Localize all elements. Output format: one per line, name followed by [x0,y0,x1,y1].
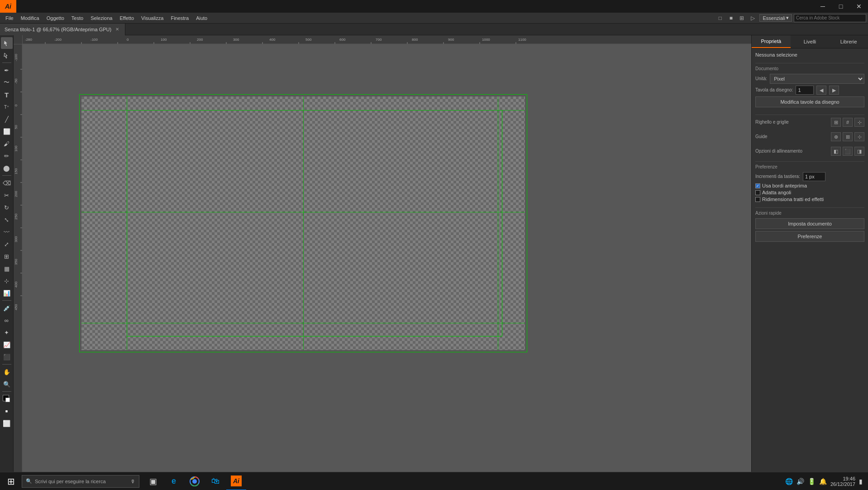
tool-paintbrush[interactable]: 🖌 [1,138,13,149]
view-grid-icon[interactable]: ⊞ [737,14,747,23]
tool-type[interactable]: T [1,89,13,101]
document-tab[interactable]: Senza titolo-1 @ 66,67% (RGB/Anteprima G… [0,24,125,35]
tool-blob-brush[interactable]: ⬤ [1,162,13,174]
usa-bordi-row[interactable]: Usa bordi anteprima [755,183,864,188]
righello-icon-1[interactable]: ⊞ [831,118,841,127]
menu-aiuto[interactable]: Aiuto [192,14,211,22]
menu-oggetto[interactable]: Oggetto [43,14,68,22]
tool-graph[interactable]: 📈 [1,339,13,351]
align-icon-3[interactable]: ◨ [854,147,864,156]
svg-text:1100: 1100 [518,38,526,42]
tool-eraser[interactable]: ⌫ [1,177,13,189]
tavola-input[interactable] [796,86,814,95]
tool-touch-type[interactable]: T⁺ [1,101,13,113]
menu-file[interactable]: File [2,14,17,22]
tool-gradient[interactable]: ▦ [1,263,13,274]
tool-pen[interactable]: ✒ [1,64,13,76]
network-icon[interactable]: 🌐 [785,478,793,485]
preferenze-btn[interactable]: Preferenze [755,231,864,242]
menu-seleziona[interactable]: Seleziona [87,14,116,22]
imposta-documento-btn[interactable]: Imposta documento [755,218,864,229]
taskbar-store[interactable]: 🛍 [205,472,225,490]
unita-select[interactable]: Pixel [770,74,864,84]
usa-bordi-checkbox[interactable] [755,183,760,188]
align-icon-2[interactable]: ⬛ [843,147,853,156]
tool-shape-builder[interactable]: ⊞ [1,250,13,262]
tavola-prev-btn[interactable]: ◀ [816,86,826,95]
search-stock-input[interactable] [794,14,866,22]
system-clock[interactable]: 19:46 26/12/2017 [830,476,855,487]
view-outline-icon[interactable]: □ [715,14,725,23]
ridimensiona-checkbox[interactable] [755,197,760,202]
tool-artboard[interactable]: ⬛ [1,351,13,363]
tab-librerie[interactable]: Librerie [829,35,868,48]
tool-symbols[interactable]: ✦ [1,327,13,338]
righello-icon-3[interactable]: ⊹ [854,118,864,127]
guide-icon-3[interactable]: ⊹ [854,132,864,141]
taskbar-task-view[interactable]: ▣ [143,472,163,490]
start-button[interactable]: ⊞ [2,472,20,490]
taskbar-illustrator[interactable]: Ai [226,472,246,490]
svg-text:50: 50 [14,125,18,129]
tool-charts[interactable]: 📊 [1,287,13,299]
close-button[interactable]: ✕ [850,0,868,13]
adatta-angoli-row[interactable]: Adatta angoli [755,190,864,195]
notification-icon[interactable]: 🔔 [819,478,827,485]
fill-stroke-indicator[interactable] [1,393,13,405]
tool-scissors[interactable]: ✂ [1,189,13,201]
modifica-tavole-btn[interactable]: Modifica tavole da disegno [755,96,864,107]
ridimensiona-row[interactable]: Ridimensiona tratti ed effetti [755,197,864,202]
tool-mesh[interactable]: ⊹ [1,275,13,287]
tool-freeform[interactable]: ⤢ [1,238,13,250]
canvas-area[interactable]: -280 -200 -100 0 100 200 300 400 500 600… [14,35,751,477]
tool-warp[interactable]: 〰 [1,226,13,238]
adatta-angoli-checkbox[interactable] [755,190,760,195]
tool-pencil[interactable]: ✏ [1,150,13,162]
tool-curvature[interactable]: 〜 [1,77,13,88]
view-extra-icon[interactable]: ▷ [748,14,758,23]
essenziali-button[interactable]: Essenziali ▾ [759,14,792,22]
align-icon-1[interactable]: ◧ [831,147,841,156]
minimize-button[interactable]: ─ [814,0,832,13]
menu-finestra[interactable]: Finestra [167,14,192,22]
menu-modifica[interactable]: Modifica [17,14,43,22]
tool-hand[interactable]: ✋ [1,366,13,378]
show-desktop-btn[interactable]: ▮ [859,478,863,485]
tool-zoom[interactable]: 🔍 [1,378,13,390]
incrementi-input[interactable] [803,172,825,181]
guide-icon-2[interactable]: ⊞ [843,132,853,141]
guide-icon-1[interactable]: ⊕ [831,132,841,141]
tool-eyedropper[interactable]: 💉 [1,302,13,314]
tab-proprieta[interactable]: Proprietà [752,35,791,48]
battery-icon[interactable]: 🔋 [808,478,816,485]
tab-close-button[interactable]: ✕ [114,26,120,33]
tool-blend[interactable]: ∞ [1,314,13,326]
view-fill-icon[interactable]: ■ [726,14,736,23]
maximize-button[interactable]: □ [832,0,850,13]
svg-text:-100: -100 [14,53,18,61]
menu-visualizza[interactable]: Visualizza [138,14,167,22]
taskbar-chrome[interactable] [185,472,205,490]
tool-rect[interactable]: ⬜ [1,125,13,137]
righello-label: Righello e griglie [755,120,789,125]
guide-vertical-3 [498,96,498,350]
taskbar-edge[interactable]: e [164,472,184,490]
tab-livelli[interactable]: Livelli [791,35,830,48]
color-mode-icon[interactable]: ■ [1,405,13,417]
tool-line[interactable]: ╱ [1,113,13,125]
menu-testo[interactable]: Testo [68,14,87,22]
draw-mode-icon[interactable]: ⬜ [1,418,13,429]
view-mode-group: □ ■ ⊞ ▷ [715,14,758,23]
canvas-content[interactable] [23,44,751,477]
menu-effetto[interactable]: Effetto [116,14,138,22]
volume-icon[interactable]: 🔊 [796,478,804,485]
tool-scale[interactable]: ⤡ [1,214,13,226]
search-bar[interactable]: 🔍 Scrivi qui per eseguire la ricerca 🎙 [22,475,139,488]
righello-icon-2[interactable]: # [843,118,853,127]
tavola-next-btn[interactable]: ▶ [829,86,839,95]
svg-text:500: 500 [305,38,312,42]
tool-direct-selection[interactable] [1,49,13,61]
tool-selection[interactable] [1,37,13,49]
ruler-horizontal: -280 -200 -100 0 100 200 300 400 500 600… [23,35,751,44]
tool-rotate[interactable]: ↻ [1,202,13,213]
